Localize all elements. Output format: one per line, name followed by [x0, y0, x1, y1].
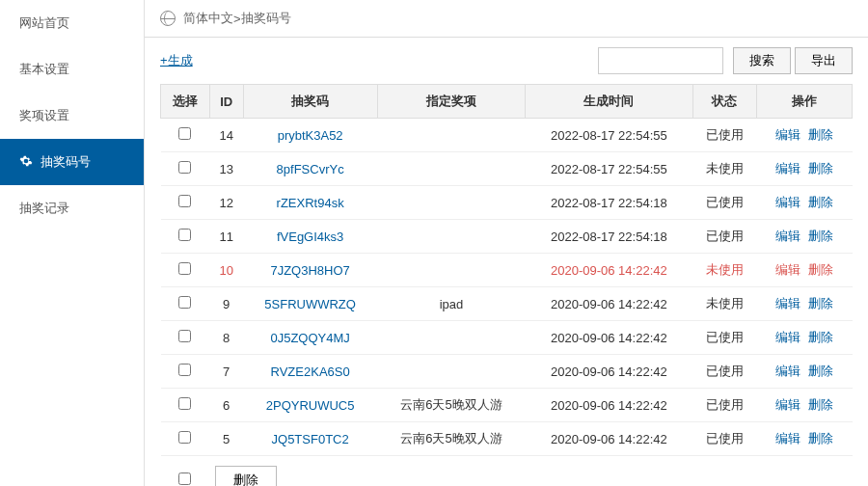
- delete-link[interactable]: 删除: [808, 161, 833, 176]
- breadcrumb-sep: >: [233, 12, 241, 26]
- row-checkbox[interactable]: [178, 127, 191, 140]
- cell-time: 2020-09-06 14:22:42: [526, 321, 692, 355]
- cell-id: 13: [209, 152, 243, 186]
- nav-basic-settings[interactable]: 基本设置: [0, 46, 144, 93]
- edit-link[interactable]: 编辑: [775, 161, 800, 176]
- toolbar: +生成 搜索 导出: [145, 38, 868, 84]
- table-row: 11fVEgGI4ks32022-08-17 22:54:18已使用编辑 删除: [161, 220, 853, 254]
- col-header: ID: [209, 85, 243, 119]
- row-checkbox[interactable]: [178, 195, 191, 207]
- delete-link[interactable]: 删除: [808, 296, 833, 310]
- sidebar: 网站首页 基本设置 奖项设置 抽奖码号 抽奖记录: [0, 0, 145, 486]
- breadcrumb-lang[interactable]: 简体中文: [183, 10, 233, 27]
- cell-id: 14: [209, 119, 243, 152]
- cell-time: 2020-09-06 14:22:42: [526, 355, 692, 389]
- nav-lottery-codes-label: 抽奖码号: [41, 153, 91, 171]
- cell-status: 已使用: [692, 321, 757, 355]
- table-row: 62PQYRUWUC5云南6天5晚双人游2020-09-06 14:22:42已…: [161, 389, 853, 422]
- table-row: 95SFRUWWRZQipad2020-09-06 14:22:42未使用编辑 …: [161, 287, 853, 321]
- cell-time: 2022-08-17 22:54:18: [526, 220, 692, 254]
- table-row: 7RVZE2KA6S02020-09-06 14:22:42已使用编辑 删除: [161, 355, 853, 389]
- edit-link[interactable]: 编辑: [775, 127, 800, 142]
- edit-link[interactable]: 编辑: [775, 262, 800, 277]
- delete-link[interactable]: 删除: [808, 364, 833, 378]
- nav-lottery-codes[interactable]: 抽奖码号: [0, 139, 144, 185]
- select-all-checkbox[interactable]: [178, 472, 191, 485]
- code-link[interactable]: prybtK3A52: [278, 128, 343, 143]
- cell-prize: 云南6天5晚双人游: [377, 389, 525, 422]
- edit-link[interactable]: 编辑: [775, 229, 800, 243]
- cell-id: 9: [209, 287, 243, 321]
- row-checkbox[interactable]: [178, 262, 191, 275]
- edit-link[interactable]: 编辑: [775, 195, 800, 209]
- row-checkbox[interactable]: [178, 161, 191, 174]
- nav-home[interactable]: 网站首页: [0, 0, 144, 46]
- nav-lottery-records[interactable]: 抽奖记录: [0, 185, 144, 231]
- cell-status: 未使用: [692, 287, 757, 321]
- table-row: 138pfFSCvrYc2022-08-17 22:54:55未使用编辑 删除: [161, 152, 853, 186]
- cell-id: 10: [209, 254, 243, 287]
- search-button[interactable]: 搜索: [733, 47, 791, 74]
- delete-link[interactable]: 删除: [808, 229, 833, 243]
- col-header: 操作: [757, 85, 853, 119]
- cell-time: 2020-09-06 14:22:42: [526, 254, 692, 287]
- breadcrumb: 简体中文 > 抽奖码号: [145, 0, 868, 38]
- cell-time: 2020-09-06 14:22:42: [526, 422, 692, 456]
- cell-prize: ipad: [377, 287, 525, 321]
- cell-prize: [377, 321, 525, 355]
- edit-link[interactable]: 编辑: [775, 330, 800, 344]
- cell-status: 已使用: [692, 389, 757, 422]
- export-button[interactable]: 导出: [795, 47, 853, 74]
- code-link[interactable]: 8pfFSCvrYc: [277, 162, 344, 176]
- cell-time: 2022-08-17 22:54:55: [526, 119, 692, 152]
- generate-link[interactable]: +生成: [160, 52, 193, 69]
- gear-icon: [19, 154, 33, 171]
- cell-prize: [377, 119, 525, 152]
- row-checkbox[interactable]: [178, 296, 191, 309]
- cell-time: 2020-09-06 14:22:42: [526, 287, 692, 321]
- delete-link[interactable]: 删除: [808, 397, 833, 412]
- col-header: 状态: [692, 85, 757, 119]
- cell-time: 2020-09-06 14:22:42: [526, 389, 692, 422]
- code-link[interactable]: 2PQYRUWUC5: [266, 398, 355, 413]
- bulk-delete-button[interactable]: 删除: [215, 466, 277, 486]
- delete-link[interactable]: 删除: [808, 195, 833, 209]
- cell-status: 未使用: [692, 152, 757, 186]
- delete-link[interactable]: 删除: [808, 330, 833, 344]
- row-checkbox[interactable]: [178, 364, 191, 376]
- breadcrumb-page: 抽奖码号: [241, 10, 291, 27]
- cell-time: 2022-08-17 22:54:18: [526, 186, 692, 220]
- edit-link[interactable]: 编辑: [775, 364, 800, 378]
- codes-table: 选择ID抽奖码指定奖项生成时间状态操作 14prybtK3A522022-08-…: [160, 84, 853, 486]
- cell-prize: [377, 152, 525, 186]
- delete-link[interactable]: 删除: [808, 262, 833, 277]
- globe-icon: [160, 11, 176, 26]
- cell-id: 12: [209, 186, 243, 220]
- cell-status: 已使用: [692, 119, 757, 152]
- row-checkbox[interactable]: [178, 431, 191, 444]
- nav-prize-settings[interactable]: 奖项设置: [0, 93, 144, 139]
- cell-prize: [377, 186, 525, 220]
- code-link[interactable]: fVEgGI4ks3: [277, 230, 343, 244]
- edit-link[interactable]: 编辑: [775, 431, 800, 446]
- cell-status: 未使用: [692, 254, 757, 287]
- code-link[interactable]: RVZE2KA6S0: [271, 364, 350, 379]
- delete-link[interactable]: 删除: [808, 431, 833, 446]
- col-header: 生成时间: [526, 85, 692, 119]
- cell-status: 已使用: [692, 422, 757, 456]
- row-checkbox[interactable]: [178, 397, 191, 410]
- edit-link[interactable]: 编辑: [775, 296, 800, 310]
- code-link[interactable]: JQ5TSF0TC2: [272, 432, 349, 446]
- search-input[interactable]: [598, 47, 723, 74]
- code-link[interactable]: 5SFRUWWRZQ: [264, 297, 356, 311]
- code-link[interactable]: 0J5ZQQY4MJ: [270, 331, 349, 345]
- row-checkbox[interactable]: [178, 229, 191, 241]
- code-link[interactable]: 7JZQ3H8HO7: [270, 263, 349, 278]
- edit-link[interactable]: 编辑: [775, 397, 800, 412]
- delete-link[interactable]: 删除: [808, 127, 833, 142]
- cell-id: 6: [209, 389, 243, 422]
- table-row: 80J5ZQQY4MJ2020-09-06 14:22:42已使用编辑 删除: [161, 321, 853, 355]
- cell-prize: [377, 355, 525, 389]
- code-link[interactable]: rZEXRt94sk: [277, 196, 344, 210]
- row-checkbox[interactable]: [178, 330, 191, 342]
